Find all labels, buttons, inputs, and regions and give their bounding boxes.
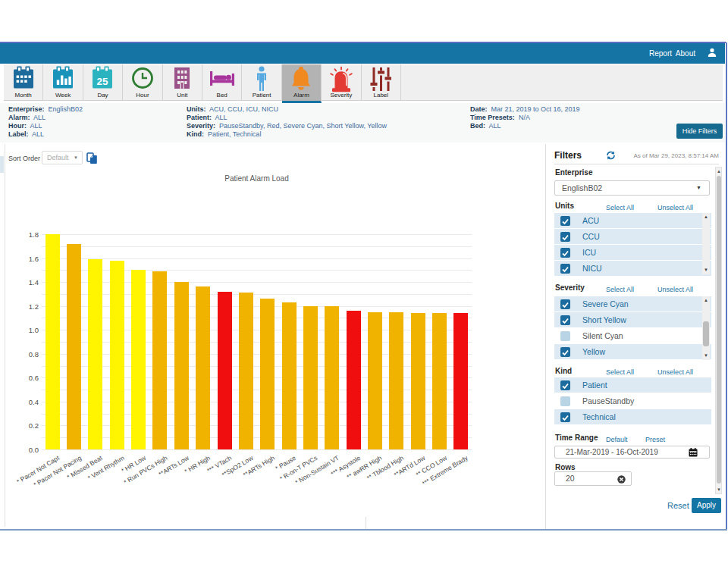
svg-text:25: 25 bbox=[97, 76, 109, 87]
